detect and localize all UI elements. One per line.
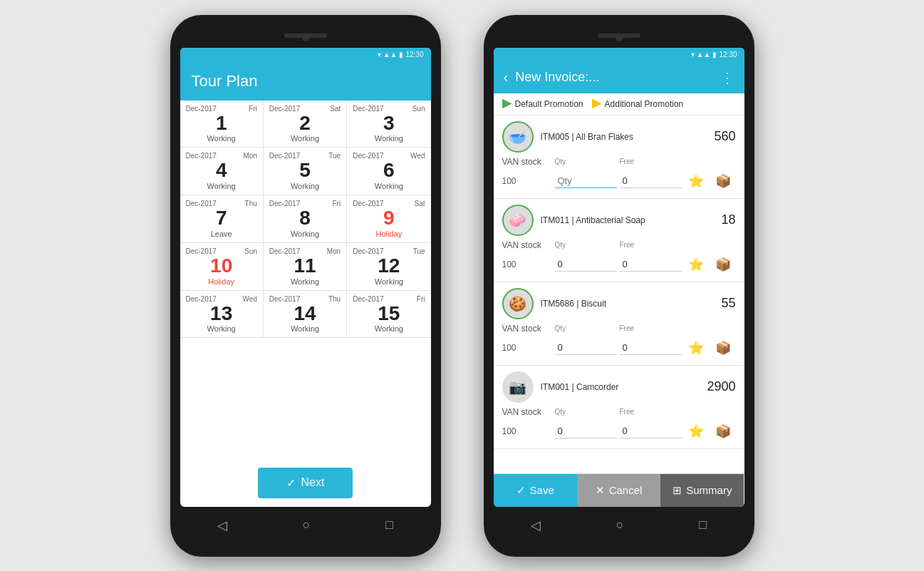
default-promo-label: Default Promotion <box>515 99 583 109</box>
qty-label: Qty <box>555 408 617 416</box>
cell-number: 3 <box>353 113 425 135</box>
free-label: Free <box>620 324 682 332</box>
next-button[interactable]: ✓ Next <box>258 468 353 498</box>
back-nav-1[interactable]: ◁ <box>217 518 227 533</box>
cell-day: Wed <box>410 152 425 160</box>
battery-icon-2: ▮ <box>712 51 717 58</box>
calendar-cell[interactable]: Dec-2017 Sun 10 Holiday <box>180 243 264 290</box>
calendar-cell[interactable]: Dec-2017 Fri 8 Working <box>264 195 347 242</box>
item-code: ITM001 | Camcorder <box>541 382 700 392</box>
van-stock-label: VAN stock <box>502 324 552 334</box>
cell-day: Fri <box>249 105 257 113</box>
calendar-cell[interactable]: Dec-2017 Mon 4 Working <box>180 148 264 195</box>
calendar-cell[interactable]: Dec-2017 Sat 2 Working <box>264 101 347 148</box>
free-value: 0 <box>620 174 682 188</box>
wifi-icon: ▾ <box>378 51 381 58</box>
qty-input[interactable] <box>555 174 617 188</box>
cell-number: 12 <box>353 255 425 277</box>
item-price: 55 <box>721 296 735 311</box>
home-nav-1[interactable]: ○ <box>303 518 311 533</box>
screen-tour-plan: ▾ ▲▲ ▮ 12:30 Tour Plan Dec-2017 Fri 1 Wo… <box>180 48 431 507</box>
save-button[interactable]: ✓ Save <box>494 474 577 507</box>
calendar-cell[interactable]: Dec-2017 Fri 15 Working <box>347 291 430 338</box>
status-icons-1: ▾ ▲▲ ▮ 12:30 <box>378 51 424 58</box>
calendar-cell[interactable]: Dec-2017 Mon 11 Working <box>264 243 347 290</box>
cell-status: Leave <box>186 230 257 238</box>
calendar-row: Dec-2017 Mon 4 Working Dec-2017 Tue 5 Wo… <box>180 148 431 195</box>
item-info: ITM011 | Antibacterial Soap <box>541 215 715 225</box>
save-check-icon: ✓ <box>516 484 526 497</box>
cell-status: Working <box>269 230 341 238</box>
cell-status: Working <box>353 182 425 190</box>
cell-number: 7 <box>186 207 257 230</box>
calendar-cell[interactable]: Dec-2017 Thu 7 Leave <box>180 195 264 242</box>
next-button-row: ✓ Next <box>180 459 431 507</box>
item-list: 🥣 ITM005 | All Bran Flakes 560 VAN stock… <box>494 115 744 473</box>
van-stock-value: 100 <box>502 259 552 269</box>
phone-bottom-2: ◁ ○ □ <box>494 507 744 544</box>
calendar-row: Dec-2017 Thu 7 Leave Dec-2017 Fri 8 Work… <box>180 195 431 243</box>
summary-button[interactable]: ⊞ Summary <box>660 474 744 507</box>
recents-nav-2[interactable]: □ <box>699 518 707 533</box>
promo-action-button[interactable]: ⭐ <box>685 336 707 359</box>
recents-nav-1[interactable]: □ <box>385 518 393 533</box>
cell-day: Mon <box>243 152 256 160</box>
van-stock-value: 100 <box>502 426 552 436</box>
signal-icon-2: ▲▲ <box>697 51 711 58</box>
item-info: ITM005 | All Bran Flakes <box>541 132 707 142</box>
calendar-cell[interactable]: Dec-2017 Sat 9 Holiday <box>347 195 430 242</box>
promo-action-button[interactable]: ⭐ <box>685 420 707 443</box>
back-nav-2[interactable]: ◁ <box>531 518 541 533</box>
tour-plan-title: Tour Plan <box>192 72 420 91</box>
phone-top-1 <box>180 28 431 48</box>
cell-status: Holiday <box>353 230 425 238</box>
promo-action-button[interactable]: ⭐ <box>685 170 707 192</box>
gift-action-button[interactable]: 📦 <box>712 420 734 443</box>
free-value: 0 <box>620 341 682 355</box>
cell-month: Dec-2017 <box>353 200 383 207</box>
gift-action-button[interactable]: 📦 <box>712 336 734 359</box>
gift-action-button[interactable]: 📦 <box>712 170 734 192</box>
cancel-x-icon: ✕ <box>596 484 605 497</box>
calendar-row: Dec-2017 Wed 13 Working Dec-2017 Thu 14 … <box>180 291 431 339</box>
next-label: Next <box>301 476 325 489</box>
cancel-button[interactable]: ✕ Cancel <box>577 474 660 507</box>
calendar-cell[interactable]: Dec-2017 Wed 6 Working <box>347 148 430 195</box>
gift-action-button[interactable]: 📦 <box>712 253 734 276</box>
cell-month: Dec-2017 <box>186 200 217 207</box>
cell-status: Working <box>269 182 341 190</box>
cell-day: Wed <box>242 295 256 303</box>
item-card: 🍪 ITM5686 | Biscuit 55 VAN stock Qty Fre… <box>494 282 744 366</box>
qty-value: 0 <box>555 341 617 355</box>
default-promotion-badge: Default Promotion <box>502 99 583 109</box>
time-display-1: 12:30 <box>405 51 423 58</box>
bottom-action-bar: ✓ Save ✕ Cancel ⊞ Summary <box>494 473 744 507</box>
calendar-cell[interactable]: Dec-2017 Sun 3 Working <box>347 101 430 148</box>
qty-label: Qty <box>555 241 617 249</box>
calendar-cell[interactable]: Dec-2017 Tue 5 Working <box>264 148 347 195</box>
calendar-cell[interactable]: Dec-2017 Thu 14 Working <box>264 291 347 338</box>
calendar-cell[interactable]: Dec-2017 Wed 13 Working <box>180 291 264 338</box>
qty-value: 0 <box>555 257 617 272</box>
calendar-cell[interactable]: Dec-2017 Fri 1 Working <box>180 101 264 148</box>
item-thumbnail: 📷 <box>502 371 534 403</box>
van-stock-label: VAN stock <box>502 407 552 417</box>
van-stock-label: VAN stock <box>502 240 552 250</box>
calendar-row: Dec-2017 Fri 1 Working Dec-2017 Sat 2 Wo… <box>180 101 431 148</box>
status-icons-2: ▾ ▲▲ ▮ 12:30 <box>691 51 737 58</box>
free-value: 0 <box>620 257 682 272</box>
back-button[interactable]: ‹ <box>504 69 509 86</box>
item-code: ITM005 | All Bran Flakes <box>541 132 707 142</box>
calendar-cell[interactable]: Dec-2017 Tue 12 Working <box>347 243 430 290</box>
more-options-button[interactable]: ⋮ <box>720 69 734 86</box>
cell-number: 13 <box>186 303 257 325</box>
camera-2 <box>616 34 623 41</box>
additional-promotion-badge: Additional Promotion <box>592 99 684 109</box>
home-nav-2[interactable]: ○ <box>616 518 624 533</box>
cell-status: Working <box>269 277 341 286</box>
qty-label: Qty <box>555 324 617 332</box>
promo-action-button[interactable]: ⭐ <box>685 253 707 276</box>
cell-header: Dec-2017 Fri <box>186 105 257 113</box>
summary-label: Summary <box>686 484 732 496</box>
cell-status: Working <box>353 277 425 286</box>
